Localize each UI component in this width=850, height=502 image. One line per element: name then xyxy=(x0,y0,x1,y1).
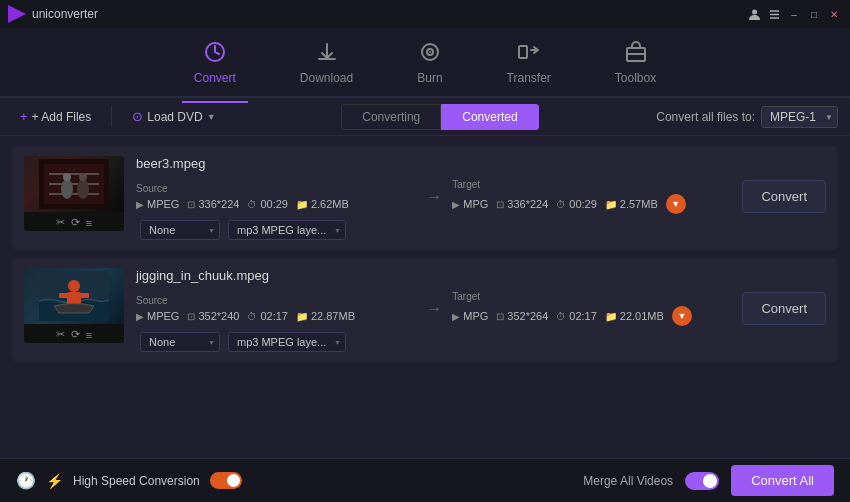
target-format-2: ▶ MPG xyxy=(452,310,488,322)
menu-icon-btn[interactable] xyxy=(766,6,782,22)
thumbnail-1: ✂ ⟳ ≡ xyxy=(24,156,124,231)
minimize-btn[interactable]: – xyxy=(786,6,802,22)
merge-toggle[interactable] xyxy=(685,472,719,490)
target-label-1: Target xyxy=(452,179,732,190)
rotate-btn-1[interactable]: ⟳ xyxy=(71,216,80,229)
source-details-2: ▶ MPEG ⊡ 352*240 ⏱ 02:17 📁 xyxy=(136,310,416,322)
settings-btn-2[interactable]: ≡ xyxy=(86,329,92,341)
nav-convert[interactable]: Convert xyxy=(182,32,248,93)
conversion-row-2: Source ▶ MPEG ⊡ 352*240 ⏱ 02:17 xyxy=(136,291,826,326)
load-dvd-btn[interactable]: ⊙ Load DVD ▼ xyxy=(124,105,223,128)
svg-point-7 xyxy=(429,51,431,53)
source-dur-2: ⏱ 02:17 xyxy=(247,310,288,322)
dropdowns-row-1: None mp3 MPEG laye... xyxy=(136,220,826,240)
speed-label: High Speed Conversion xyxy=(73,474,200,488)
dur-icon-2: ⏱ xyxy=(247,311,257,322)
svg-point-17 xyxy=(63,173,71,181)
svg-point-19 xyxy=(79,173,87,181)
source-size-1: 📁 2.62MB xyxy=(296,198,349,210)
title-bar-controls: – □ ✕ xyxy=(746,6,842,22)
bottom-right: Merge All Videos Convert All xyxy=(583,465,834,496)
source-box-1: Source ▶ MPEG ⊡ 336*224 ⏱ 00:29 xyxy=(136,183,416,210)
convert-all-label: Convert all files to: xyxy=(656,110,755,124)
audio-select-2[interactable]: mp3 MPEG laye... xyxy=(228,332,346,352)
user-icon-btn[interactable] xyxy=(746,6,762,22)
settings-btn-1[interactable]: ≡ xyxy=(86,217,92,229)
svg-rect-8 xyxy=(519,46,527,58)
nav-burn[interactable]: Burn xyxy=(405,32,454,93)
tres-icon-1: ⊡ xyxy=(496,199,504,210)
thumb-controls-1: ✂ ⟳ ≡ xyxy=(24,212,124,229)
target-dur-2: ⏱ 02:17 xyxy=(556,310,597,322)
maximize-btn[interactable]: □ xyxy=(806,6,822,22)
target-size-2: 📁 22.01MB xyxy=(605,310,664,322)
svg-rect-25 xyxy=(59,293,69,298)
dur-icon-1: ⏱ xyxy=(247,199,257,210)
target-details-1: ▶ MPG ⊡ 336*224 ⏱ 00:29 📁 xyxy=(452,194,732,214)
target-dur-1: ⏱ 00:29 xyxy=(556,198,597,210)
nav-toolbox[interactable]: Toolbox xyxy=(603,32,668,93)
close-btn[interactable]: ✕ xyxy=(826,6,842,22)
rotate-btn-2[interactable]: ⟳ xyxy=(71,328,80,341)
svg-point-0 xyxy=(752,9,757,14)
target-format-1: ▶ MPG xyxy=(452,198,488,210)
merge-label: Merge All Videos xyxy=(583,474,673,488)
thumb-controls-2: ✂ ⟳ ≡ xyxy=(24,324,124,341)
nav-transfer[interactable]: Transfer xyxy=(495,32,563,93)
size-icon-1: 📁 xyxy=(296,199,308,210)
res-icon-1: ⊡ xyxy=(187,199,195,210)
nav-convert-label: Convert xyxy=(194,71,236,85)
svg-point-18 xyxy=(77,179,89,199)
format-select[interactable]: MPEG-1 MP4 AVI xyxy=(761,106,838,128)
nav-transfer-label: Transfer xyxy=(507,71,551,85)
title-bar: uniconverter – □ ✕ xyxy=(0,0,850,28)
target-box-1: Target ▶ MPG ⊡ 336*224 ⏱ 00:29 xyxy=(452,179,732,214)
convert-btn-1[interactable]: Convert xyxy=(742,180,826,213)
format-select-wrapper: MPEG-1 MP4 AVI xyxy=(761,106,838,128)
thumbnail-2: ✂ ⟳ ≡ xyxy=(24,268,124,343)
source-details-1: ▶ MPEG ⊡ 336*224 ⏱ 00:29 📁 xyxy=(136,198,416,210)
download-icon-svg xyxy=(315,40,339,64)
subtitle-select-wrapper-2: None xyxy=(140,332,220,352)
nav-download-label: Download xyxy=(300,71,353,85)
target-dropdown-btn-2[interactable]: ▼ xyxy=(672,306,692,326)
tab-converting[interactable]: Converting xyxy=(341,104,441,130)
svg-point-23 xyxy=(68,280,80,292)
source-box-2: Source ▶ MPEG ⊡ 352*240 ⏱ 02:17 xyxy=(136,295,416,322)
file-info-2: jigging_in_chuuk.mpeg Source ▶ MPEG ⊡ 35… xyxy=(136,268,826,352)
convert-btn-2[interactable]: Convert xyxy=(742,292,826,325)
cut-btn-2[interactable]: ✂ xyxy=(56,328,65,341)
add-files-btn[interactable]: + + Add Files xyxy=(12,105,99,128)
audio-select-1[interactable]: mp3 MPEG laye... xyxy=(228,220,346,240)
clock-icon[interactable]: 🕐 xyxy=(16,471,36,490)
tab-converted[interactable]: Converted xyxy=(441,104,538,130)
thumb-boxing-img xyxy=(24,156,124,212)
tdur-icon-1: ⏱ xyxy=(556,199,566,210)
nav-download[interactable]: Download xyxy=(288,32,365,93)
app-logo xyxy=(8,5,26,23)
speed-toggle[interactable] xyxy=(210,472,242,489)
burn-nav-icon xyxy=(418,40,442,67)
menu-icon xyxy=(768,8,781,21)
cut-btn-1[interactable]: ✂ xyxy=(56,216,65,229)
speed-toggle-knob xyxy=(227,474,240,487)
convert-all-to: Convert all files to: MPEG-1 MP4 AVI xyxy=(656,106,838,128)
subtitle-select-1[interactable]: None xyxy=(140,220,220,240)
app-name: uniconverter xyxy=(32,7,98,21)
size-icon-2: 📁 xyxy=(296,311,308,322)
transfer-nav-icon xyxy=(517,40,541,67)
source-res-1: ⊡ 336*224 xyxy=(187,198,239,210)
tsize-icon-2: 📁 xyxy=(605,311,617,322)
subtitle-select-2[interactable]: None xyxy=(140,332,220,352)
svg-rect-26 xyxy=(79,293,89,298)
source-label-1: Source xyxy=(136,183,416,194)
target-dropdown-btn-1[interactable]: ▼ xyxy=(666,194,686,214)
title-bar-left: uniconverter xyxy=(8,5,98,23)
merge-toggle-knob xyxy=(703,474,717,488)
tformat-icon-1: ▶ xyxy=(452,199,460,210)
res-icon-2: ⊡ xyxy=(187,311,195,322)
convert-all-btn[interactable]: Convert All xyxy=(731,465,834,496)
target-details-2: ▶ MPG ⊡ 352*264 ⏱ 02:17 📁 xyxy=(452,306,732,326)
toolbar: + + Add Files ⊙ Load DVD ▼ Converting Co… xyxy=(0,98,850,136)
audio-select-wrapper-1: mp3 MPEG laye... xyxy=(228,220,346,240)
